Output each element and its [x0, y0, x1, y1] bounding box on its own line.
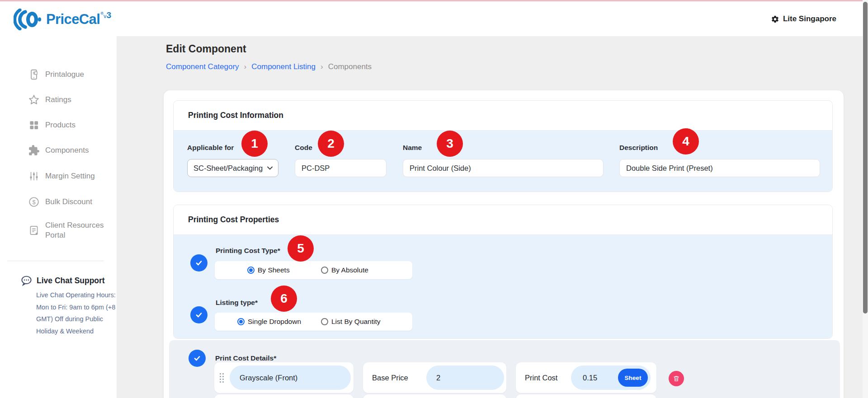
name-input[interactable] [403, 159, 604, 177]
sidebar-item-client-resources[interactable]: Client Resources Portal [28, 220, 108, 240]
top-accent-line [0, 0, 868, 1]
client-resources-icon [28, 225, 40, 236]
printing-cost-type-checkbox[interactable] [190, 254, 208, 272]
radio-selected-icon [247, 267, 255, 274]
code-input[interactable] [295, 159, 387, 177]
print-cost-input[interactable]: 0.15 Sheet [571, 365, 651, 390]
breadcrumb-component-category[interactable]: Component Category [166, 62, 239, 71]
base-price-label: Base Price [372, 362, 408, 393]
properties-card-body: Printing Cost Type* 5 By Sheets By Absol… [174, 235, 832, 339]
printing-cost-type-label: Printing Cost Type* [216, 247, 280, 255]
selected-option: SC-Sheet/Packaging [193, 164, 263, 173]
delete-row-button[interactable] [669, 371, 684, 386]
printing-cost-information-card: Printing Cost Information 1 2 3 4 Applic… [173, 100, 833, 192]
radio-label: By Sheets [258, 266, 290, 274]
print-cost-label: Print Cost [525, 362, 557, 393]
app-window: PriceCal ® v3 Lite Singapore Printalogue [0, 0, 868, 398]
printing-cost-type-options: By Sheets By Absolute [215, 261, 412, 279]
step-badge-2: 2 [318, 131, 344, 157]
radio-label: Single Dropdown [248, 318, 301, 326]
field-description: Description [619, 131, 820, 192]
listing-type-checkbox[interactable] [190, 306, 208, 323]
radio-unselected-icon [321, 318, 328, 325]
radio-label: List By Quantity [331, 318, 381, 326]
live-chat-icon [20, 275, 33, 287]
gear-icon [771, 15, 779, 23]
option-name-value: Grayscale (Front) [240, 374, 297, 382]
sidebar-item-margin-setting[interactable]: Margin Setting [28, 170, 95, 182]
brand-logo[interactable]: PriceCal ® v3 [14, 9, 111, 30]
breadcrumb-current: Components [328, 62, 372, 71]
radio-list-by-quantity[interactable]: List By Quantity [321, 313, 381, 331]
field-label: Code [295, 144, 312, 152]
applicable-for-select[interactable]: SC-Sheet/Packaging [187, 159, 278, 177]
unit-sheet-button[interactable]: Sheet [618, 369, 648, 387]
sidebar-divider [7, 261, 104, 261]
step-badge-6: 6 [271, 286, 297, 312]
live-chat-title: Live Chat Support [37, 276, 105, 286]
scrollbar-track[interactable] [863, 0, 868, 398]
step-badge-1: 1 [241, 131, 268, 157]
sidebar: Printalogue Ratings Products Components [0, 36, 117, 398]
margin-setting-icon [28, 170, 40, 182]
radio-by-sheets[interactable]: By Sheets [247, 261, 290, 279]
chevron-down-icon [267, 166, 273, 170]
field-label: Applicable for [187, 144, 234, 152]
radio-single-dropdown[interactable]: Single Dropdown [237, 313, 301, 331]
brand-name: PriceCal [46, 9, 100, 30]
detail-card-base-price-next [363, 394, 506, 398]
environment-switcher[interactable]: Lite Singapore [771, 14, 836, 23]
base-price-input[interactable]: 2 [426, 365, 504, 390]
sidebar-item-label: Products [45, 120, 75, 130]
check-icon [194, 310, 203, 319]
detail-card-print-cost: Print Cost 0.15 Sheet [516, 362, 656, 393]
properties-card-title: Printing Cost Properties [174, 205, 832, 235]
drag-handle-icon[interactable] [220, 373, 224, 383]
print-cost-details-section: Print Cost Details* Grayscale (Front) Ba… [169, 340, 840, 398]
breadcrumb-separator: › [321, 62, 323, 71]
live-chat-support[interactable]: Live Chat Support [20, 275, 105, 287]
sidebar-item-printalogue[interactable]: Printalogue [28, 69, 84, 80]
info-card-title: Printing Cost Information [174, 101, 832, 131]
sidebar-item-components[interactable]: Components [28, 145, 89, 156]
breadcrumb-component-listing[interactable]: Component Listing [251, 62, 316, 71]
main-content: Edit Component Component Category › Comp… [117, 36, 863, 398]
sidebar-item-products[interactable]: Products [28, 119, 75, 131]
radio-unselected-icon [321, 267, 328, 274]
sidebar-item-label: Components [45, 145, 89, 155]
bulk-discount-icon: $ [28, 196, 40, 208]
option-name-input[interactable]: Grayscale (Front) [230, 365, 351, 390]
form-card: Printing Cost Information 1 2 3 4 Applic… [164, 90, 844, 398]
live-chat-hours: Live Chat Operating Hours: Mon to Fri: 9… [36, 289, 126, 337]
page-title: Edit Component [166, 43, 246, 55]
base-price-value: 2 [436, 374, 440, 382]
step-badge-4: 4 [673, 128, 699, 155]
print-cost-details-checkbox[interactable] [189, 350, 206, 367]
info-card-body: 1 2 3 4 Applicable for SC-Sheet/Packagin… [174, 131, 832, 192]
top-bar: PriceCal ® v3 Lite Singapore [0, 1, 863, 36]
check-icon [193, 354, 202, 363]
detail-card-print-cost-next [516, 394, 656, 398]
field-label: Name [403, 144, 422, 152]
sidebar-item-bulk-discount[interactable]: $ Bulk Discount [28, 196, 92, 208]
printing-cost-properties-card: Printing Cost Properties Printing Cost T… [173, 205, 833, 339]
svg-text:$: $ [32, 199, 36, 206]
trash-icon [673, 375, 680, 382]
breadcrumb-separator: › [244, 62, 247, 71]
description-input[interactable] [619, 159, 820, 177]
field-label: Description [619, 144, 658, 152]
sidebar-item-ratings[interactable]: Ratings [28, 94, 71, 106]
registered-mark: ® [100, 11, 104, 16]
listing-type-options: Single Dropdown List By Quantity [215, 313, 412, 331]
sidebar-item-label: Ratings [45, 95, 71, 105]
components-icon [28, 145, 40, 156]
print-cost-value: 0.15 [583, 374, 597, 382]
sidebar-item-label: Client Resources Portal [45, 220, 108, 240]
radio-selected-icon [237, 318, 245, 325]
scrollbar-thumb[interactable] [863, 2, 868, 314]
environment-label: Lite Singapore [783, 14, 836, 23]
radio-label: By Absolute [331, 266, 368, 274]
sidebar-item-label: Printalogue [45, 70, 84, 80]
breadcrumb: Component Category › Component Listing ›… [166, 62, 372, 71]
radio-by-absolute[interactable]: By Absolute [321, 261, 368, 279]
